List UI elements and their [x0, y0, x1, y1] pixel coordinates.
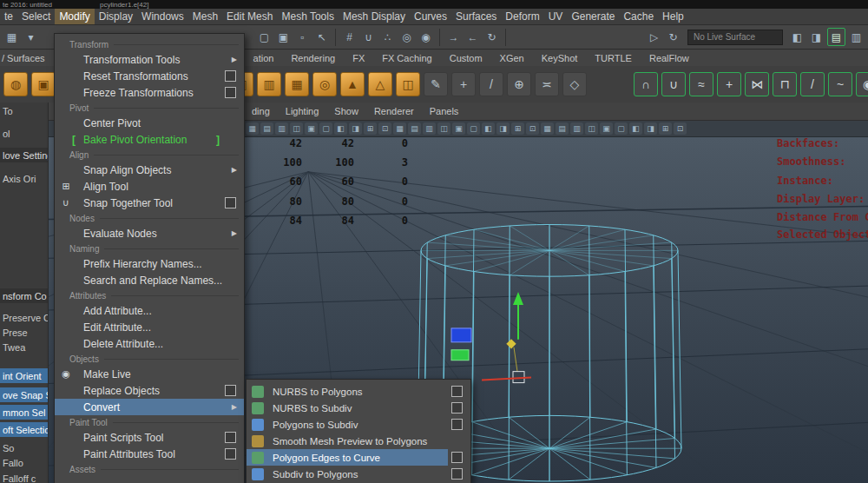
resolution-gate-icon[interactable]: ⊞	[364, 122, 377, 135]
menu-edit-mesh[interactable]: Edit Mesh	[222, 9, 277, 24]
panel-menu-panels[interactable]: Panels	[422, 106, 467, 116]
snap-to-projected-center-icon[interactable]: ◎	[398, 29, 415, 45]
menu-te[interactable]: te	[0, 9, 17, 24]
select-by-hierarchy-icon[interactable]: ▢	[256, 29, 273, 45]
menu-windows[interactable]: Windows	[137, 9, 188, 24]
menu-mesh-display[interactable]: Mesh Display	[339, 9, 410, 24]
menu-help[interactable]: Help	[658, 9, 688, 24]
move-manipulator[interactable]	[451, 292, 531, 382]
shelf-tab-realflow[interactable]: RealFlow	[641, 53, 698, 63]
multi-cut-icon[interactable]: /	[479, 72, 503, 96]
menu-item-evaluate-nodes[interactable]: Evaluate Nodes▶	[55, 225, 244, 242]
attribute-editor-icon[interactable]: ▥	[848, 29, 865, 45]
menu-item-snap-align-objects[interactable]: Snap Align Objects▶	[55, 162, 244, 178]
menu-curves[interactable]: Curves	[410, 9, 451, 24]
option-box[interactable]	[451, 452, 463, 463]
selected-face-box[interactable]	[513, 372, 524, 383]
x-axis-line[interactable]	[482, 378, 531, 380]
select-by-object-type-icon[interactable]: ▣	[275, 29, 292, 45]
panel-menu-show[interactable]: Show	[326, 106, 366, 116]
bookmarks-icon[interactable]: ◫	[290, 122, 303, 135]
tool-settings-label-ove-snap-s[interactable]: ove Snap S	[0, 387, 48, 402]
selection-mask-icon[interactable]: ▦	[3, 29, 20, 45]
shelf-tab-custom[interactable]: Custom	[441, 53, 491, 63]
smooth-tool-icon[interactable]: ∪	[661, 72, 686, 96]
outliner-panel-icon[interactable]: ◧	[789, 29, 806, 45]
menu-item-delete-attribute[interactable]: Delete Attribute...	[55, 335, 244, 352]
isolate-select-icon[interactable]: ▣	[600, 122, 613, 135]
lock-camera-icon[interactable]: ▤	[260, 122, 273, 135]
poly-sphere-icon[interactable]: ◍	[3, 72, 28, 96]
frame-all-icon[interactable]: ◫	[437, 122, 450, 135]
construction-history-icon[interactable]: ↻	[483, 29, 500, 45]
smear-tool-icon[interactable]: ~	[828, 72, 852, 96]
option-box[interactable]	[451, 402, 463, 414]
snap-to-curves-icon[interactable]: ∪	[360, 29, 377, 45]
shelf-tab-turtle[interactable]: TURTLE	[586, 53, 641, 63]
poly-torus-icon[interactable]: ◎	[312, 72, 337, 96]
panel-menu-lighting[interactable]: Lighting	[278, 106, 327, 116]
bridge-icon[interactable]: ≍	[535, 72, 559, 96]
poly-cube-icon[interactable]: ▣	[31, 72, 56, 96]
wireframe-mode-icon[interactable]: ▢	[467, 122, 480, 135]
bevel-icon[interactable]: ◇	[562, 72, 587, 96]
tool-settings-label-oft-selection[interactable]: oft Selection	[0, 422, 48, 437]
panel-menu-renderer[interactable]: Renderer	[366, 106, 422, 116]
ao-toggle-icon[interactable]: ▦	[541, 122, 554, 135]
relax-tool-icon[interactable]: ≈	[689, 72, 713, 96]
poly-pipe-icon[interactable]: ◫	[396, 72, 420, 96]
camera-attributes-icon[interactable]: ▥	[275, 122, 288, 135]
option-box[interactable]	[225, 87, 236, 98]
bulge-tool-icon[interactable]: ◉	[856, 72, 868, 96]
select-by-component-type-icon[interactable]: ▫	[294, 29, 311, 45]
option-box[interactable]	[225, 448, 236, 460]
menu-item-center-pivot[interactable]: Center Pivot	[55, 115, 244, 131]
option-box[interactable]	[451, 468, 463, 480]
option-box[interactable]	[451, 419, 463, 430]
xray-joints-toggle-icon[interactable]: ◧	[629, 122, 642, 135]
grid-toggle-icon[interactable]: ◧	[334, 122, 347, 135]
shelf-tab-xgen[interactable]: XGen	[491, 53, 533, 63]
multisample-toggle-icon[interactable]: ▥	[570, 122, 583, 135]
menu-item-edit-attribute[interactable]: Edit Attribute...	[55, 319, 244, 335]
shelf-tab-surfaces[interactable]: / Surfaces	[0, 53, 47, 63]
grab-tool-icon[interactable]: +	[717, 72, 741, 96]
tool-settings-label-nsform-co[interactable]: nsform Co	[0, 288, 48, 303]
snap-to-points-icon[interactable]: ∴	[379, 29, 396, 45]
gamma-icon[interactable]: ⊞	[659, 122, 672, 135]
motion-blur-toggle-icon[interactable]: ▤	[556, 122, 569, 135]
option-box[interactable]	[225, 197, 236, 208]
tool-settings-label-int-orient[interactable]: int Orient	[0, 368, 48, 383]
submenu-item-subdiv-to-polygons[interactable]: Subdiv to Polygons	[247, 466, 470, 482]
option-box[interactable]	[225, 385, 236, 396]
shelf-tab-fx-caching[interactable]: FX Caching	[373, 53, 440, 63]
poly-plane-icon[interactable]: ▦	[285, 72, 309, 96]
menu-mesh-tools[interactable]: Mesh Tools	[277, 9, 338, 24]
pinch-tool-icon[interactable]: ⋈	[745, 72, 769, 96]
exposure-icon[interactable]: ◨	[644, 122, 657, 135]
xray-toggle-icon[interactable]: ▢	[615, 122, 628, 135]
submenu-item-nurbs-to-subdiv[interactable]: NURBS to Subdiv	[247, 400, 470, 416]
menu-item-replace-objects[interactable]: Replace Objects	[55, 382, 244, 399]
center-handle[interactable]	[506, 339, 516, 348]
menu-display[interactable]: Display	[95, 9, 137, 24]
modeling-toolkit-icon[interactable]: ▤	[827, 28, 845, 46]
menu-item-prefix-hierarchy-names[interactable]: Prefix Hierarchy Names...	[55, 255, 244, 272]
lasso-select-icon[interactable]: ↖	[313, 29, 330, 45]
menu-surfaces[interactable]: Surfaces	[451, 9, 501, 24]
sculpt-tool-icon[interactable]: ∩	[634, 72, 658, 96]
menu-cache[interactable]: Cache	[619, 9, 658, 24]
shelf-tab-rendering[interactable]: Rendering	[282, 53, 344, 63]
menu-item-paint-attributes-tool[interactable]: Paint Attributes Tool	[55, 446, 244, 462]
flatten-tool-icon[interactable]: ⊓	[773, 72, 797, 96]
shadows-toggle-icon[interactable]: ⊡	[526, 122, 539, 135]
live-surface-field[interactable]: No Live Surface	[687, 30, 783, 45]
menu-generate[interactable]: Generate	[567, 9, 619, 24]
image-plane-icon[interactable]: ▣	[305, 122, 318, 135]
dropdown-caret-icon[interactable]: ▾	[23, 29, 39, 45]
menu-uv[interactable]: UV	[544, 9, 568, 24]
frame-selection-icon[interactable]: ▣	[452, 122, 465, 135]
lighting-toggle-icon[interactable]: ⊞	[511, 122, 524, 135]
submenu-item-nurbs-to-polygons[interactable]: NURBS to Polygons	[247, 383, 470, 400]
pencil-curve-icon[interactable]: ✎	[424, 72, 448, 96]
